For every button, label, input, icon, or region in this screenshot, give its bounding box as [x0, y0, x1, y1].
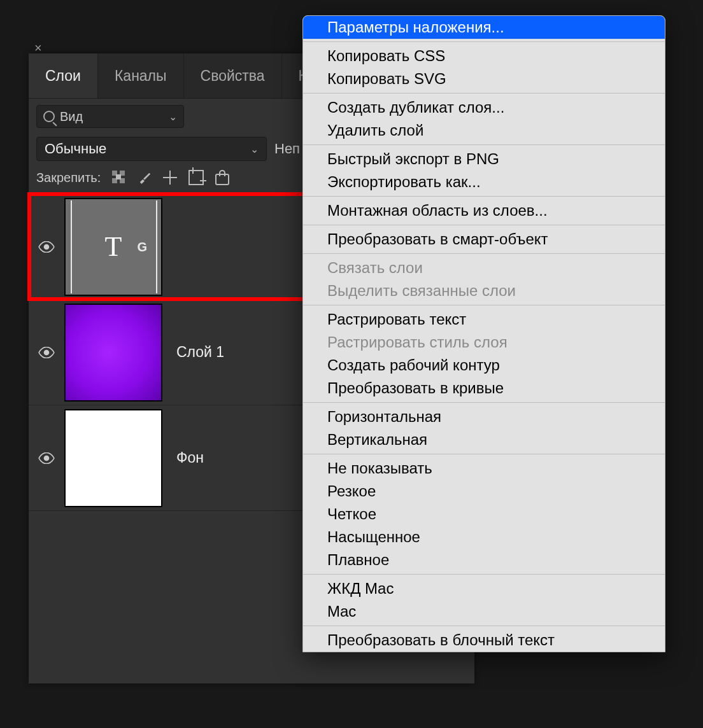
menu-separator: [303, 196, 665, 197]
menu-separator: [303, 253, 665, 254]
tab-label: Слои: [45, 67, 81, 85]
tab-channels[interactable]: Каналы: [98, 53, 184, 98]
layer-thumbnail[interactable]: [64, 409, 162, 507]
menu-item[interactable]: Горизонтальная: [303, 405, 665, 428]
menu-item[interactable]: ЖКД Mac: [303, 577, 665, 600]
menu-item: Выделить связанные слои: [303, 279, 665, 302]
svg-point-1: [44, 349, 50, 355]
tab-label: Каналы: [115, 67, 167, 85]
menu-item[interactable]: Копировать SVG: [303, 67, 665, 90]
visibility-toggle[interactable]: [29, 452, 64, 464]
menu-separator: [303, 626, 665, 626]
menu-item: Растрировать стиль слоя: [303, 331, 665, 354]
menu-item[interactable]: Mac: [303, 600, 665, 623]
close-icon[interactable]: ×: [32, 38, 45, 58]
menu-item[interactable]: Создать дубликат слоя...: [303, 96, 665, 119]
menu-item[interactable]: Создать рабочий контур: [303, 354, 665, 377]
lock-pixels-icon[interactable]: [138, 171, 152, 185]
menu-item[interactable]: Четкое: [303, 503, 665, 526]
menu-item[interactable]: Параметры наложения...: [303, 16, 665, 39]
svg-point-2: [44, 455, 50, 461]
lock-transparency-icon[interactable]: [112, 171, 126, 185]
menu-item[interactable]: Экспортировать как...: [303, 171, 665, 193]
menu-item[interactable]: Преобразовать в блочный текст: [303, 629, 665, 652]
menu-separator: [303, 574, 665, 575]
layer-filter-kind-dropdown[interactable]: Вид ⌄: [36, 105, 184, 128]
menu-item[interactable]: Копировать CSS: [303, 45, 665, 67]
menu-item: Связать слои: [303, 256, 665, 279]
lock-position-icon[interactable]: [163, 171, 177, 185]
layer-preview-letter: G: [137, 239, 147, 254]
layer-thumbnail[interactable]: T G: [64, 198, 162, 296]
svg-point-0: [44, 244, 50, 249]
chevron-down-icon: ⌄: [169, 111, 177, 123]
menu-item[interactable]: Насыщенное: [303, 526, 665, 549]
menu-separator: [303, 144, 665, 145]
menu-item[interactable]: Плавное: [303, 549, 665, 571]
menu-item[interactable]: Растрировать текст: [303, 308, 665, 331]
chevron-down-icon: ⌄: [250, 143, 259, 155]
menu-separator: [303, 225, 665, 225]
menu-separator: [303, 93, 665, 94]
layer-thumbnail[interactable]: [64, 304, 162, 402]
visibility-toggle[interactable]: [29, 241, 64, 253]
blend-mode-label: Обычные: [45, 141, 106, 157]
layer-context-menu: Параметры наложения...Копировать CSSКопи…: [302, 15, 665, 652]
menu-item[interactable]: Преобразовать в смарт-объект: [303, 228, 665, 251]
menu-item[interactable]: Резкое: [303, 480, 665, 503]
layer-name[interactable]: Слой 1: [176, 344, 224, 361]
tab-properties[interactable]: Свойства: [184, 53, 282, 98]
menu-item[interactable]: Преобразовать в кривые: [303, 377, 665, 400]
search-icon: [43, 111, 55, 122]
tab-label: Свойства: [201, 67, 265, 85]
text-layer-icon: T: [105, 230, 122, 263]
visibility-toggle[interactable]: [29, 347, 64, 358]
menu-item[interactable]: Вертикальная: [303, 428, 665, 451]
tab-layers[interactable]: Слои: [29, 53, 98, 98]
lock-artboard-icon[interactable]: [188, 170, 204, 185]
lock-all-icon[interactable]: [215, 174, 229, 185]
menu-item[interactable]: Монтажная область из слоев...: [303, 199, 665, 222]
blend-mode-dropdown[interactable]: Обычные ⌄: [36, 137, 267, 161]
layer-name[interactable]: Фон: [176, 449, 204, 466]
menu-separator: [303, 402, 665, 403]
menu-separator: [303, 454, 665, 454]
opacity-label: Неп: [274, 141, 300, 157]
menu-item[interactable]: Быстрый экспорт в PNG: [303, 148, 665, 171]
menu-separator: [303, 305, 665, 305]
menu-item[interactable]: Удалить слой: [303, 119, 665, 142]
menu-separator: [303, 41, 665, 42]
filter-kind-label: Вид: [60, 109, 83, 124]
menu-item[interactable]: Не показывать: [303, 457, 665, 480]
lock-label: Закрепить:: [36, 171, 101, 185]
